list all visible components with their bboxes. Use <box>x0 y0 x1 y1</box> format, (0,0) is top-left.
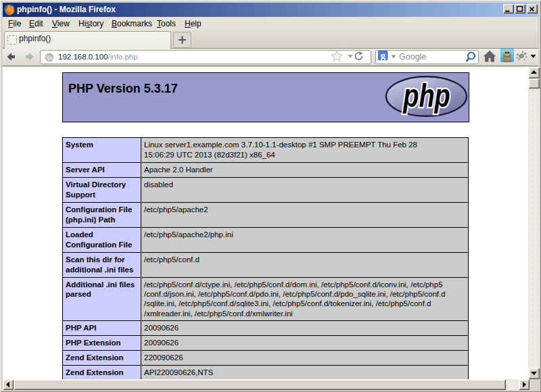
svg-text:php: php <box>402 78 450 114</box>
svg-text:g: g <box>380 51 385 61</box>
